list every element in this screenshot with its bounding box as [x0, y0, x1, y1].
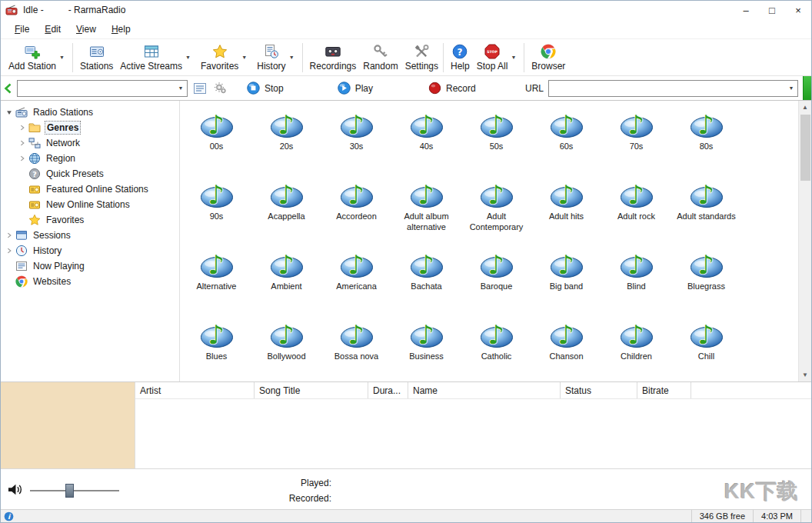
genre-item-bachata[interactable]: ♪Bachata [391, 245, 461, 315]
genre-item-50s[interactable]: ♪50s [461, 105, 531, 175]
toolbar-random-button[interactable]: Random [358, 42, 400, 73]
toolbar-help-button[interactable]: ?Help [446, 42, 472, 73]
column-header-bitrate[interactable]: Bitrate [637, 382, 691, 398]
expander-collapsed-icon[interactable] [4, 232, 15, 239]
genre-item-baroque[interactable]: ♪Baroque [461, 245, 531, 315]
genre-item-business[interactable]: ♪Business [391, 315, 461, 381]
genre-item-80s[interactable]: ♪80s [671, 105, 741, 175]
genre-item-ambient[interactable]: ♪Ambient [251, 245, 321, 315]
genre-item-accordeon[interactable]: ♪Accordeon [321, 175, 391, 245]
column-header-name[interactable]: Name [408, 382, 561, 398]
chevron-down-icon[interactable]: ▼ [785, 85, 797, 91]
toolbar-browser-button[interactable]: Browser [527, 42, 567, 73]
sidebar-item-favorites[interactable]: Favorites [1, 212, 179, 228]
genre-item-00s[interactable]: ♪00s [181, 105, 251, 175]
sidebar-item-radio-stations[interactable]: Radio Stations [1, 105, 179, 120]
genre-item-90s[interactable]: ♪90s [181, 175, 251, 245]
sidebar-item-sessions[interactable]: Sessions [1, 228, 179, 243]
genre-item-blind[interactable]: ♪Blind [601, 245, 671, 315]
genre-item-60s[interactable]: ♪60s [531, 105, 601, 175]
toolbar-favorites-button[interactable]: Favorites▼ [196, 42, 252, 73]
genre-item-catholic[interactable]: ♪Catholic [461, 315, 531, 381]
genre-item-acappella[interactable]: ♪Acappella [251, 175, 321, 245]
sidebar-item-network[interactable]: Network [1, 135, 179, 151]
toolbar-add-station-button[interactable]: Add Station▼ [4, 42, 70, 73]
update-stations-icon[interactable] [214, 82, 228, 95]
column-header-artist[interactable]: Artist [135, 382, 255, 398]
volume-slider-handle[interactable] [65, 484, 74, 498]
toolbar-stop-all-button[interactable]: STOPStop All▼ [472, 42, 522, 73]
expander-collapsed-icon[interactable] [4, 247, 15, 255]
genre-item-adult-rock[interactable]: ♪Adult rock [601, 175, 671, 245]
genre-item-adult-album-alternative[interactable]: ♪Adult album alternative [391, 175, 461, 245]
toolbar-history-button[interactable]: History▼ [252, 42, 299, 73]
expander-collapsed-icon[interactable] [17, 155, 28, 162]
expander-collapsed-icon[interactable] [17, 139, 28, 147]
vertical-scrollbar[interactable]: ▲ ▼ [798, 101, 811, 381]
station-list-icon[interactable] [193, 82, 207, 95]
toolbar-stations-button[interactable]: Stations [75, 42, 115, 73]
column-header-dura[interactable]: Dura... [368, 382, 408, 398]
toolbar-active-streams-button[interactable]: Active Streams▼ [115, 42, 196, 73]
volume-slider[interactable] [30, 490, 119, 491]
scroll-up-icon[interactable]: ▲ [799, 101, 812, 114]
sidebar-item-history[interactable]: History [1, 243, 179, 258]
menu-edit[interactable]: Edit [37, 21, 68, 38]
sidebar-item-now-playing[interactable]: Now Playing [1, 258, 179, 274]
genre-item-adult-contemporary[interactable]: ♪Adult Contemporary [461, 175, 531, 245]
toolbar-settings-button[interactable]: Settings [401, 42, 441, 73]
genre-item-children[interactable]: ♪Children [601, 315, 671, 381]
column-header-song-title[interactable]: Song Title [255, 382, 368, 398]
expand-panel-handle[interactable] [803, 76, 811, 100]
genre-item-20s[interactable]: ♪20s [251, 105, 321, 175]
toolbar-recordings-button[interactable]: Recordings [305, 42, 359, 73]
sidebar-item-genres[interactable]: Genres [1, 120, 179, 135]
close-button[interactable]: × [785, 1, 811, 19]
genre-item-adult-standards[interactable]: ♪Adult standards [671, 175, 741, 245]
play-button[interactable]: Play [338, 82, 373, 95]
menu-view[interactable]: View [68, 21, 104, 38]
volume-icon[interactable] [7, 482, 23, 497]
chevron-down-icon[interactable]: ▼ [175, 85, 187, 91]
maximize-button[interactable]: □ [759, 1, 785, 19]
column-header-status[interactable]: Status [561, 382, 637, 398]
scrollbar-thumb[interactable] [800, 115, 810, 181]
url-combobox[interactable]: ▼ [548, 80, 798, 97]
info-icon[interactable]: i [4, 511, 14, 521]
dropdown-arrow-icon[interactable]: ▼ [56, 55, 68, 60]
dropdown-arrow-icon[interactable]: ▼ [238, 55, 250, 60]
expander-collapsed-icon[interactable] [17, 124, 28, 132]
station-search-input[interactable] [18, 83, 175, 94]
menu-help[interactable]: Help [104, 21, 138, 38]
menu-file[interactable]: File [7, 21, 37, 38]
genre-item-alternative[interactable]: ♪Alternative [181, 245, 251, 315]
sidebar-item-featured-online-stations[interactable]: Featured Online Stations [1, 182, 179, 197]
back-button[interactable] [2, 82, 15, 95]
dropdown-arrow-icon[interactable]: ▼ [286, 55, 298, 60]
genre-item-bollywood[interactable]: ♪Bollywood [251, 315, 321, 381]
record-button[interactable]: Record [428, 82, 476, 95]
genre-item-big-band[interactable]: ♪Big band [531, 245, 601, 315]
minimize-button[interactable]: – [733, 1, 759, 19]
genre-item-blues[interactable]: ♪Blues [181, 315, 251, 381]
stop-button[interactable]: Stop [247, 82, 284, 95]
station-search-combobox[interactable]: ▼ [17, 80, 188, 97]
dropdown-arrow-icon[interactable]: ▼ [508, 55, 519, 60]
sidebar-item-quick-presets[interactable]: ?Quick Presets [1, 166, 179, 182]
genre-item-bluegrass[interactable]: ♪Bluegrass [671, 245, 741, 315]
expander-expanded-icon[interactable] [4, 108, 15, 116]
genre-item-bossa-nova[interactable]: ♪Bossa nova [321, 315, 391, 381]
dropdown-arrow-icon[interactable]: ▼ [182, 55, 194, 60]
genre-item-40s[interactable]: ♪40s [391, 105, 461, 175]
genre-item-americana[interactable]: ♪Americana [321, 245, 391, 315]
url-input[interactable] [549, 83, 785, 94]
genre-item-30s[interactable]: ♪30s [321, 105, 391, 175]
genre-item-70s[interactable]: ♪70s [601, 105, 671, 175]
sidebar-item-region[interactable]: Region [1, 151, 179, 166]
genre-item-adult-hits[interactable]: ♪Adult hits [531, 175, 601, 245]
genre-item-chanson[interactable]: ♪Chanson [531, 315, 601, 381]
sidebar-item-websites[interactable]: Websites [1, 274, 179, 289]
sidebar-item-new-online-stations[interactable]: New Online Stations [1, 197, 179, 212]
genre-item-chill[interactable]: ♪Chill [671, 315, 741, 381]
scroll-down-icon[interactable]: ▼ [799, 368, 812, 381]
